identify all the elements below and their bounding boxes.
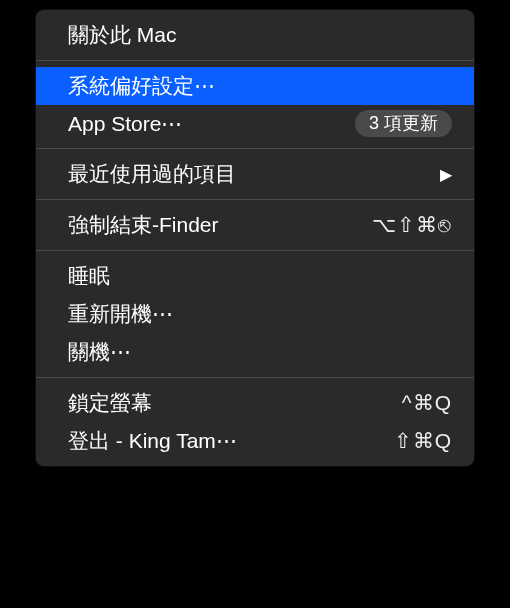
menu-item-label: 重新開機⋯ xyxy=(68,300,173,328)
separator xyxy=(36,148,474,149)
menu-item-lock-screen[interactable]: 鎖定螢幕 ^⌘Q xyxy=(36,384,474,422)
apple-menu: 關於此 Mac 系統偏好設定⋯ App Store⋯ 3 項更新 最近使用過的項… xyxy=(36,10,474,466)
menu-item-system-preferences[interactable]: 系統偏好設定⋯ xyxy=(36,67,474,105)
menu-item-force-quit[interactable]: 強制結束-Finder ⌥⇧⌘⎋ xyxy=(36,206,474,244)
menu-item-label: 鎖定螢幕 xyxy=(68,389,152,417)
menu-item-restart[interactable]: 重新開機⋯ xyxy=(36,295,474,333)
separator xyxy=(36,377,474,378)
menu-item-trailing: ▶ xyxy=(440,165,452,184)
menu-item-label: 最近使用過的項目 xyxy=(68,160,236,188)
menu-item-label: 登出 - King Tam⋯ xyxy=(68,427,237,455)
separator xyxy=(36,250,474,251)
update-badge: 3 項更新 xyxy=(355,110,452,137)
submenu-arrow-icon: ▶ xyxy=(440,165,452,184)
menu-item-label: 關於此 Mac xyxy=(68,21,177,49)
menu-item-label: 睡眠 xyxy=(68,262,110,290)
keyboard-shortcut: ^⌘Q xyxy=(402,391,452,415)
menu-item-trailing: ^⌘Q xyxy=(402,391,452,415)
menu-item-about-mac[interactable]: 關於此 Mac xyxy=(36,16,474,54)
menu-item-trailing: ⇧⌘Q xyxy=(394,429,452,453)
menu-item-label: 強制結束-Finder xyxy=(68,211,219,239)
separator xyxy=(36,199,474,200)
menu-item-sleep[interactable]: 睡眠 xyxy=(36,257,474,295)
menu-item-recent-items[interactable]: 最近使用過的項目 ▶ xyxy=(36,155,474,193)
menu-item-shutdown[interactable]: 關機⋯ xyxy=(36,333,474,371)
keyboard-shortcut: ⇧⌘Q xyxy=(394,429,452,453)
menu-item-label: App Store⋯ xyxy=(68,112,182,136)
separator xyxy=(36,60,474,61)
menu-item-label: 系統偏好設定⋯ xyxy=(68,72,215,100)
menu-item-logout[interactable]: 登出 - King Tam⋯ ⇧⌘Q xyxy=(36,422,474,460)
menu-item-trailing: 3 項更新 xyxy=(355,110,452,137)
menu-item-label: 關機⋯ xyxy=(68,338,131,366)
keyboard-shortcut: ⌥⇧⌘⎋ xyxy=(372,213,452,237)
menu-item-app-store[interactable]: App Store⋯ 3 項更新 xyxy=(36,105,474,142)
menu-item-trailing: ⌥⇧⌘⎋ xyxy=(372,213,452,237)
